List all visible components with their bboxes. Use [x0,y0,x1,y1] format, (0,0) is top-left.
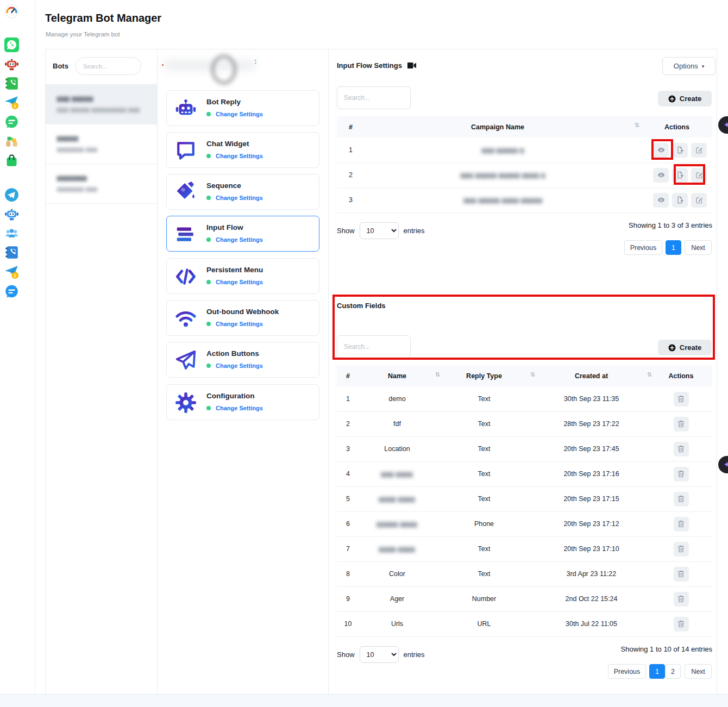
input-flow-search-input[interactable] [337,86,411,109]
telegram-icon[interactable] [4,187,19,202]
delete-button[interactable] [674,567,689,581]
previous-page-button[interactable]: Previous [624,240,662,255]
page-footer-strip [0,694,728,707]
custom-field-row: 6 ▇▇▇▇▇ ▇▇▇▇ Phone 20th Sep 23 17:12 [337,511,712,537]
contacts-green-icon[interactable] [4,76,19,91]
view-button[interactable] [653,143,669,158]
campaign-name-blurred: ▇▇▇ ▇▇▇▇▇ ▇ [482,148,524,153]
input-flow-create-button[interactable]: Create [658,91,712,107]
export-button[interactable] [672,193,688,208]
page-1-button[interactable]: 1 [649,664,665,679]
delete-button[interactable] [674,517,689,531]
users-blue-icon[interactable] [4,226,19,241]
configuration-icon [175,392,197,414]
page-size-select[interactable]: 10 [360,222,399,239]
sort-icon[interactable]: ⇅ [647,371,652,378]
robot-red-icon[interactable] [4,57,19,72]
settings-card-action-buttons[interactable]: Action Buttons Change Settings [166,342,319,378]
edit-button[interactable] [691,193,707,208]
sort-icon[interactable]: ⇅ [435,371,440,378]
custom-field-row: 4 ▇▇▇ ▇▇▇▇ Text 20th Sep 23 17:16 [337,461,712,487]
chat-blue-icon[interactable] [4,284,19,299]
sort-icon[interactable]: ⇅ [635,122,639,129]
settings-card-chat-widget[interactable]: Chat Widget Change Settings [166,132,319,168]
input-flow-settings-title: Input Flow Settings [337,61,402,70]
chat-green-icon[interactable] [4,115,19,129]
bot-list-item[interactable]: ▇▇▇ ▇▇▇▇▇ ▇▇▇ ▇▇▇▇▇ ▇▇▇▇▇▇▇▇▇ ▇▇▇ [46,85,157,124]
bot-list-item[interactable]: ▇▇▇▇▇ ▇▇▇▇▇▇▇ ▇▇▇ [46,124,157,164]
whatsapp-icon[interactable] [4,37,19,52]
field-created: 20th Sep 23 17:15 [533,495,650,503]
campaign-name-blurred: ▇▇▇ ▇▇▇▇▇ ▇▇▇▇▇ ▇▇▇▇ ▇ [461,173,546,178]
delete-button[interactable] [674,467,689,481]
export-button[interactable] [672,168,688,183]
page-1-button[interactable]: 1 [666,240,681,255]
shopping-bag-icon[interactable] [4,153,19,168]
page-size-select[interactable]: 10 [360,646,399,663]
bots-panel-header: Bots [46,49,157,85]
field-name-blurred: ▇▇▇▇▇ ▇▇▇▇ [377,522,418,527]
custom-fields-search-input[interactable] [337,335,411,358]
robot-blue-icon[interactable] [4,207,19,222]
telegram-coin-blue-icon[interactable]: 1 [4,265,19,279]
speedometer-icon[interactable] [4,4,19,18]
ai-assistant-floating-button[interactable]: ✦ [718,456,728,473]
col-num[interactable]: # [337,372,359,380]
view-button[interactable] [653,193,669,208]
bots-label: Bots [53,62,68,70]
options-button[interactable]: Options▾ [662,57,716,75]
col-created-at[interactable]: Created at [533,372,650,380]
settings-card-configuration[interactable]: Configuration Change Settings [166,384,319,420]
change-settings-link[interactable]: Change Settings [216,195,263,201]
row-num: 3 [337,445,359,453]
delete-button[interactable] [674,592,689,606]
svg-text:1: 1 [14,273,17,278]
next-page-button[interactable]: Next [685,240,712,255]
edit-button[interactable] [691,168,707,183]
field-name-blurred: ▇▇▇▇ ▇▇▇▇ [379,497,416,502]
delete-button[interactable] [674,442,689,456]
col-reply-type[interactable]: Reply Type [435,372,533,380]
card-title: Persistent Menu [206,266,263,274]
edit-button[interactable] [691,143,707,158]
change-settings-link[interactable]: Change Settings [216,279,263,285]
view-button[interactable] [653,168,669,183]
show-label: Show [337,650,355,659]
bots-search-input[interactable] [75,57,141,75]
col-campaign-name[interactable]: Campaign Name [365,123,631,131]
custom-fields-create-button[interactable]: Create [658,340,712,355]
settings-card-bot-reply[interactable]: Bot Reply Change Settings [166,90,319,126]
field-type: Text [435,570,533,578]
col-num[interactable]: # [337,123,365,131]
change-settings-link[interactable]: Change Settings [216,362,263,369]
delete-button[interactable] [674,417,689,431]
settings-card-sequence[interactable]: Sequence Change Settings [166,174,319,210]
previous-page-button[interactable]: Previous [608,664,646,679]
settings-card-outbound-webhook[interactable]: Out-bound Webhook Change Settings [166,300,319,336]
kebab-menu-icon[interactable]: : [254,57,256,65]
change-settings-link[interactable]: Change Settings [216,111,263,117]
settings-card-input-flow[interactable]: Input Flow Change Settings [166,216,319,252]
settings-card-persistent-menu[interactable]: Persistent Menu Change Settings [166,258,319,294]
change-settings-link[interactable]: Change Settings [216,405,263,411]
bot-list-item[interactable]: ▇▇▇▇▇▇▇ ▇▇▇▇▇▇▇ ▇▇▇ [46,164,157,204]
selected-bot-header-blurred [164,55,261,80]
col-name[interactable]: Name [359,372,435,380]
export-button[interactable] [672,143,688,158]
delete-button[interactable] [674,617,689,631]
sort-icon[interactable]: ⇅ [530,371,535,378]
change-settings-link[interactable]: Change Settings [216,153,263,159]
delete-button[interactable] [674,492,689,506]
contacts-blue-icon[interactable] [4,245,19,260]
change-settings-link[interactable]: Change Settings [216,321,263,327]
telegram-coin-green-icon[interactable]: 1 [4,95,19,110]
page-2-button[interactable]: 2 [665,664,681,679]
custom-field-row: 10 Urls URL 30th Jul 22 11:05 [337,611,712,637]
change-settings-link[interactable]: Change Settings [216,236,263,243]
ai-assistant-floating-button[interactable]: ✦ [718,116,728,134]
puzzle-hands-icon[interactable] [4,134,19,148]
delete-button[interactable] [674,542,689,556]
custom-fields-title: Custom Fields [337,302,386,310]
next-page-button[interactable]: Next [685,664,712,679]
delete-button[interactable] [674,392,689,406]
